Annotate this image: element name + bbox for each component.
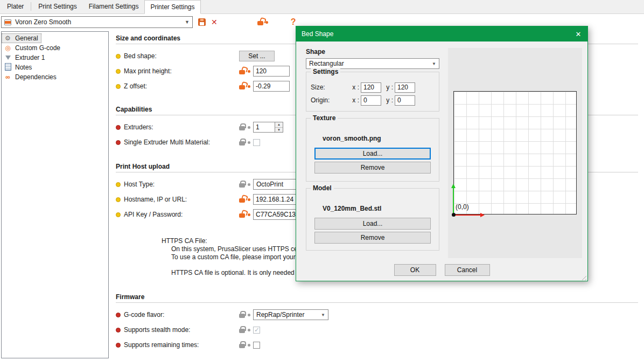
dialog-buttons: OK Cancel bbox=[296, 264, 587, 276]
gcode-flavor-row: G-code flavor: RepRap/Sprinter bbox=[116, 308, 638, 321]
modified-bullet-icon bbox=[116, 182, 121, 187]
lock-icon[interactable] bbox=[239, 344, 245, 348]
tab-plater[interactable]: Plater bbox=[1, 0, 30, 13]
hostname-label: Hostname, IP or URL: bbox=[124, 196, 239, 203]
lock-icon[interactable] bbox=[239, 314, 245, 318]
max-print-height-label: Max print height: bbox=[124, 67, 239, 75]
sidebar-item-label: Custom G-code bbox=[15, 44, 60, 52]
shape-select[interactable]: Rectangular bbox=[306, 58, 439, 69]
delete-preset-icon[interactable] bbox=[211, 18, 218, 26]
origin-y-input[interactable] bbox=[395, 95, 415, 106]
max-print-height-input[interactable] bbox=[253, 66, 290, 77]
host-type-value: OctoPrint bbox=[256, 181, 283, 188]
ok-button[interactable]: OK bbox=[394, 264, 436, 276]
unlock-icon[interactable] bbox=[239, 70, 245, 74]
spin-down-icon[interactable] bbox=[275, 128, 283, 133]
size-row: Size: x : y : bbox=[311, 81, 435, 94]
texture-group-label: Texture bbox=[311, 114, 338, 122]
sidebar-item-label: Notes bbox=[15, 64, 32, 71]
origin-y-label: y : bbox=[381, 96, 393, 104]
texture-remove-button[interactable]: Remove bbox=[314, 162, 431, 174]
gcode-flavor-value: RepRap/Sprinter bbox=[256, 311, 304, 319]
settings-category-tree: General Custom G-code Extruder 1 Notes D… bbox=[1, 31, 109, 358]
preset-name: Voron Zero Smooth bbox=[15, 18, 71, 26]
bed-preview: (0,0) bbox=[448, 48, 582, 258]
gcode-flavor-label: G-code flavor: bbox=[124, 311, 239, 319]
unlock-icon[interactable] bbox=[239, 213, 245, 218]
sidebar-item-label: General bbox=[15, 34, 38, 42]
dot-icon bbox=[248, 141, 250, 144]
model-remove-button[interactable]: Remove bbox=[314, 232, 431, 244]
modified-bullet-icon bbox=[116, 84, 121, 89]
dialog-title: Bed Shape bbox=[302, 30, 333, 38]
dialog-body: Shape Rectangular Settings Size: x : y :… bbox=[296, 41, 587, 281]
size-y-input[interactable] bbox=[395, 82, 415, 93]
texture-load-button[interactable]: Load... bbox=[314, 148, 431, 160]
unlock-icon[interactable] bbox=[239, 198, 245, 203]
origin-label: Origin: bbox=[311, 96, 347, 104]
texture-group: Texture voron_smooth.png Load... Remove bbox=[306, 118, 439, 182]
sidebar-item-dependencies[interactable]: Dependencies bbox=[2, 72, 60, 82]
printer-preset-select[interactable]: Voron Zero Smooth bbox=[1, 16, 193, 28]
model-load-button[interactable]: Load... bbox=[314, 218, 431, 230]
save-preset-icon[interactable] bbox=[198, 18, 206, 26]
origin-row: Origin: x : y : bbox=[311, 94, 435, 107]
tab-print-settings[interactable]: Print Settings bbox=[32, 0, 82, 13]
section-title-firmware: Firmware bbox=[116, 293, 638, 303]
x-axis-arrow-icon bbox=[454, 214, 481, 216]
extruders-input[interactable] bbox=[253, 122, 275, 133]
sidebar-item-custom-gcode[interactable]: Custom G-code bbox=[2, 43, 64, 53]
dot-icon bbox=[248, 126, 250, 129]
model-group: Model V0_120mm_Bed.stl Load... Remove bbox=[306, 188, 439, 251]
stealth-mode-checkbox[interactable] bbox=[253, 327, 260, 334]
size-x-label: x : bbox=[347, 84, 359, 91]
gcode-flavor-select[interactable]: RepRap/Sprinter bbox=[253, 309, 328, 320]
dot-icon bbox=[248, 344, 250, 347]
modified-bullet-icon bbox=[116, 197, 121, 202]
semm-label: Single Extruder Multi Material: bbox=[124, 139, 239, 146]
sidebar-item-general[interactable]: General bbox=[2, 33, 41, 43]
sidebar-item-notes[interactable]: Notes bbox=[2, 63, 35, 72]
remaining-times-label: Supports remaining times: bbox=[124, 341, 239, 349]
stealth-mode-row: Supports stealth mode: bbox=[116, 323, 638, 336]
lock-icon[interactable] bbox=[239, 141, 245, 146]
bed-shape-label: Bed shape: bbox=[124, 52, 239, 60]
unlock-icon[interactable] bbox=[239, 85, 245, 89]
size-y-label: y : bbox=[381, 84, 393, 91]
host-type-label: Host Type: bbox=[124, 181, 239, 188]
unlock-icon bbox=[257, 21, 263, 25]
cancel-button[interactable]: Cancel bbox=[445, 264, 490, 276]
texture-filename: voron_smooth.png bbox=[323, 135, 381, 142]
lock-icon[interactable] bbox=[239, 126, 245, 130]
custom-gcode-icon bbox=[4, 44, 12, 52]
dialog-titlebar[interactable]: Bed Shape ✕ bbox=[296, 26, 587, 41]
origin-x-input[interactable] bbox=[361, 95, 381, 106]
tab-bar: Plater Print Settings Filament Settings … bbox=[0, 0, 644, 14]
dependencies-icon bbox=[4, 73, 12, 81]
settings-group-label: Settings bbox=[311, 68, 340, 75]
lock-icon[interactable] bbox=[239, 183, 245, 188]
tab-printer-settings[interactable]: Printer Settings bbox=[144, 0, 200, 14]
close-icon[interactable]: ✕ bbox=[569, 26, 587, 41]
sidebar-item-extruder-1[interactable]: Extruder 1 bbox=[2, 53, 48, 63]
size-x-input[interactable] bbox=[361, 82, 381, 93]
origin-coordinates-label: (0,0) bbox=[456, 203, 469, 211]
model-group-label: Model bbox=[311, 184, 334, 192]
system-bullet-icon bbox=[116, 125, 121, 130]
bed-shape-set-button[interactable]: Set ... bbox=[239, 51, 275, 61]
remaining-times-checkbox[interactable] bbox=[253, 342, 260, 349]
notes-icon bbox=[4, 63, 12, 72]
tab-filament-settings[interactable]: Filament Settings bbox=[83, 0, 145, 13]
system-bullet-icon bbox=[116, 328, 121, 333]
size-label: Size: bbox=[311, 84, 347, 91]
spin-up-icon[interactable] bbox=[275, 122, 283, 128]
modified-bullet-icon bbox=[116, 69, 121, 74]
dot-icon bbox=[248, 183, 250, 186]
z-offset-input[interactable] bbox=[253, 81, 290, 92]
preset-lock-indicator[interactable] bbox=[257, 19, 268, 25]
semm-checkbox[interactable] bbox=[253, 139, 260, 146]
modified-bullet-icon bbox=[116, 54, 121, 59]
lock-icon[interactable] bbox=[239, 329, 245, 333]
system-bullet-icon bbox=[116, 343, 121, 348]
system-bullet-icon bbox=[116, 313, 121, 317]
